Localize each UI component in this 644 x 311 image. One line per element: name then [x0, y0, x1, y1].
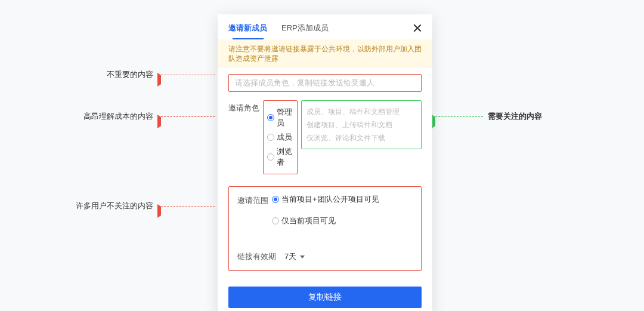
- chevron-down-icon: [300, 255, 305, 258]
- invite-role-label: 邀请角色: [228, 100, 263, 113]
- role-admin-desc: 成员、项目、稿件和文档管理: [306, 107, 416, 116]
- modal-tabs: 邀请新成员 ERP添加成员: [218, 14, 432, 39]
- link-expiry-row: 链接有效期 7天: [237, 251, 413, 262]
- close-icon[interactable]: [412, 23, 423, 33]
- role-viewer[interactable]: 浏览者: [267, 146, 293, 168]
- annotation-line: [158, 206, 215, 207]
- annotation-label: 许多用户不关注的内容: [76, 201, 153, 211]
- annotation-unimportant: 不重要的内容: [107, 69, 215, 80]
- role-hint-input[interactable]: 请选择成员角色，复制链接发送给受邀人: [228, 74, 422, 92]
- annotation-line: [429, 116, 483, 117]
- scope-row: 邀请范围 当前项目+团队公开项目可见 仅当前项目可见: [237, 194, 413, 226]
- annotation-attention: 需要关注的内容: [429, 111, 542, 122]
- radio-icon: [272, 217, 279, 224]
- annotation-label: 高昂理解成本的内容: [83, 111, 153, 122]
- radio-icon: [272, 196, 279, 203]
- tab-invite-new[interactable]: 邀请新成员: [228, 23, 267, 39]
- role-description-box: 成员、项目、稿件和文档管理 创建项目、上传稿件和文档 仅浏览、评论和文件下载: [301, 100, 422, 149]
- role-member[interactable]: 成员: [267, 132, 293, 143]
- warning-banner: 请注意不要将邀请链接暴露于公共环境，以防外部用户加入团队造成资产泄露: [218, 39, 432, 68]
- modal-footer: 复制链接: [218, 273, 432, 311]
- role-option-list: 管理员 成员 浏览者: [263, 100, 298, 174]
- radio-icon: [267, 114, 274, 121]
- annotation-line: [158, 75, 215, 75]
- invite-role-row: 邀请角色 管理员 成员 浏览者 成员、项目、稿件和文档管理 创建项目、上传稿件和…: [228, 100, 422, 174]
- scope-option-current[interactable]: 仅当前项目可见: [272, 215, 413, 226]
- scope-options: 当前项目+团队公开项目可见 仅当前项目可见: [272, 194, 413, 226]
- role-admin[interactable]: 管理员: [267, 107, 293, 128]
- link-expiry-label: 链接有效期: [237, 251, 276, 262]
- radio-icon: [267, 153, 274, 161]
- annotation-label: 需要关注的内容: [488, 111, 542, 122]
- invite-modal: 邀请新成员 ERP添加成员 请注意不要将邀请链接暴露于公共环境，以防外部用户加入…: [218, 14, 432, 311]
- annotation-ignored: 许多用户不关注的内容: [76, 201, 215, 211]
- scope-label: 邀请范围: [237, 194, 272, 206]
- annotation-line: [158, 116, 215, 117]
- annotation-label: 不重要的内容: [107, 69, 153, 80]
- modal-body: 请选择成员角色，复制链接发送给受邀人 邀请角色 管理员 成员 浏览者 成员、项目: [218, 68, 432, 273]
- copy-link-button[interactable]: 复制链接: [228, 287, 422, 308]
- role-viewer-desc: 仅浏览、评论和文件下载: [306, 133, 416, 143]
- link-expiry-select[interactable]: 7天: [284, 251, 305, 262]
- link-expiry-value: 7天: [284, 251, 296, 262]
- role-member-label: 成员: [277, 132, 292, 143]
- annotation-high-cost: 高昂理解成本的内容: [83, 111, 215, 122]
- scope-option-public-label: 当前项目+团队公开项目可见: [281, 194, 379, 205]
- scope-option-public[interactable]: 当前项目+团队公开项目可见: [272, 194, 413, 205]
- tab-erp-add[interactable]: ERP添加成员: [281, 23, 329, 39]
- role-viewer-label: 浏览者: [277, 146, 293, 168]
- radio-icon: [267, 134, 274, 141]
- invite-scope-box: 邀请范围 当前项目+团队公开项目可见 仅当前项目可见 链接有效期 7天: [228, 186, 422, 271]
- scope-option-current-label: 仅当前项目可见: [281, 215, 336, 226]
- role-admin-label: 管理员: [277, 107, 293, 128]
- role-member-desc: 创建项目、上传稿件和文档: [306, 120, 416, 130]
